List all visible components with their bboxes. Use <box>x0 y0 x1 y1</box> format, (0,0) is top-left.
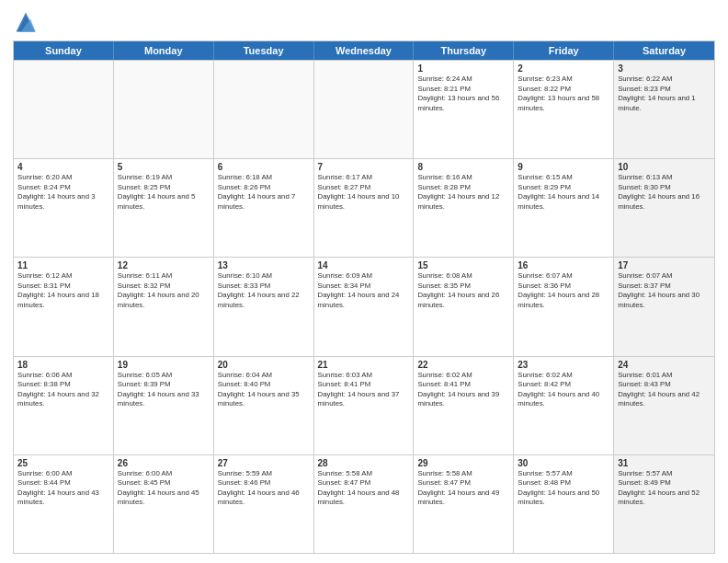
calendar-cell-28: 28Sunrise: 5:58 AMSunset: 8:47 PMDayligh… <box>314 455 415 553</box>
calendar-cell-empty-0-1 <box>114 61 214 158</box>
calendar-cell-30: 30Sunrise: 5:57 AMSunset: 8:48 PMDayligh… <box>514 455 614 553</box>
day-number: 29 <box>417 458 509 468</box>
day-info: Sunrise: 6:06 AMSunset: 8:38 PMDaylight:… <box>17 371 109 409</box>
calendar-cell-13: 13Sunrise: 6:10 AMSunset: 8:33 PMDayligh… <box>214 258 314 355</box>
day-info: Sunrise: 6:10 AMSunset: 8:33 PMDaylight:… <box>218 271 310 310</box>
day-info: Sunrise: 6:22 AMSunset: 8:23 PMDaylight:… <box>618 75 711 113</box>
calendar-cell-19: 19Sunrise: 6:05 AMSunset: 8:39 PMDayligh… <box>114 357 214 454</box>
day-info: Sunrise: 6:18 AMSunset: 8:26 PMDaylight:… <box>218 173 310 212</box>
day-info: Sunrise: 6:07 AMSunset: 8:37 PMDaylight:… <box>618 271 711 310</box>
day-info: Sunrise: 5:59 AMSunset: 8:46 PMDaylight:… <box>218 469 310 508</box>
day-number: 23 <box>518 360 609 370</box>
day-header-friday: Friday <box>514 41 614 60</box>
day-number: 15 <box>417 260 509 270</box>
calendar-row-1: 4Sunrise: 6:20 AMSunset: 8:24 PMDaylight… <box>14 158 714 257</box>
day-info: Sunrise: 6:05 AMSunset: 8:39 PMDaylight:… <box>118 371 210 409</box>
day-number: 19 <box>118 360 210 370</box>
day-number: 5 <box>118 162 210 172</box>
day-header-saturday: Saturday <box>614 41 714 60</box>
day-info: Sunrise: 6:00 AMSunset: 8:44 PMDaylight:… <box>17 469 109 508</box>
calendar-cell-16: 16Sunrise: 6:07 AMSunset: 8:36 PMDayligh… <box>514 258 614 355</box>
day-number: 8 <box>417 162 509 172</box>
calendar-cell-12: 12Sunrise: 6:11 AMSunset: 8:32 PMDayligh… <box>114 258 214 355</box>
calendar-cell-22: 22Sunrise: 6:02 AMSunset: 8:41 PMDayligh… <box>414 357 514 454</box>
day-info: Sunrise: 6:04 AMSunset: 8:40 PMDaylight:… <box>218 371 310 409</box>
day-info: Sunrise: 5:58 AMSunset: 8:47 PMDaylight:… <box>318 469 410 508</box>
calendar-cell-25: 25Sunrise: 6:00 AMSunset: 8:44 PMDayligh… <box>14 455 114 553</box>
calendar-cell-empty-0-0 <box>14 61 114 158</box>
day-info: Sunrise: 6:08 AMSunset: 8:35 PMDaylight:… <box>417 271 509 310</box>
day-number: 21 <box>318 360 410 370</box>
calendar-cell-21: 21Sunrise: 6:03 AMSunset: 8:41 PMDayligh… <box>314 357 415 454</box>
day-info: Sunrise: 6:00 AMSunset: 8:45 PMDaylight:… <box>118 469 210 508</box>
day-number: 1 <box>417 63 509 74</box>
day-info: Sunrise: 6:24 AMSunset: 8:21 PMDaylight:… <box>417 75 509 113</box>
calendar-cell-1: 1Sunrise: 6:24 AMSunset: 8:21 PMDaylight… <box>414 61 514 158</box>
day-number: 18 <box>17 360 109 370</box>
day-number: 3 <box>618 63 711 74</box>
day-number: 10 <box>618 162 711 172</box>
calendar-cell-2: 2Sunrise: 6:23 AMSunset: 8:22 PMDaylight… <box>514 61 614 158</box>
day-header-thursday: Thursday <box>414 41 514 60</box>
calendar-cell-18: 18Sunrise: 6:06 AMSunset: 8:38 PMDayligh… <box>14 357 114 454</box>
day-info: Sunrise: 5:57 AMSunset: 8:49 PMDaylight:… <box>618 469 711 508</box>
day-number: 16 <box>518 260 609 270</box>
calendar-cell-4: 4Sunrise: 6:20 AMSunset: 8:24 PMDaylight… <box>14 159 114 257</box>
day-number: 30 <box>518 458 609 468</box>
day-info: Sunrise: 6:01 AMSunset: 8:43 PMDaylight:… <box>618 371 711 409</box>
calendar-cell-11: 11Sunrise: 6:12 AMSunset: 8:31 PMDayligh… <box>14 258 114 355</box>
day-header-monday: Monday <box>114 41 214 60</box>
calendar-cell-empty-0-2 <box>214 61 314 158</box>
day-number: 22 <box>417 360 509 370</box>
day-number: 7 <box>318 162 410 172</box>
calendar-cell-17: 17Sunrise: 6:07 AMSunset: 8:37 PMDayligh… <box>614 258 714 355</box>
day-number: 11 <box>17 260 109 270</box>
day-info: Sunrise: 6:13 AMSunset: 8:30 PMDaylight:… <box>618 173 711 212</box>
day-info: Sunrise: 6:02 AMSunset: 8:42 PMDaylight:… <box>518 371 609 409</box>
calendar-header: SundayMondayTuesdayWednesdayThursdayFrid… <box>14 41 714 60</box>
calendar-cell-6: 6Sunrise: 6:18 AMSunset: 8:26 PMDaylight… <box>214 159 314 257</box>
calendar-row-2: 11Sunrise: 6:12 AMSunset: 8:31 PMDayligh… <box>14 257 714 355</box>
calendar-cell-10: 10Sunrise: 6:13 AMSunset: 8:30 PMDayligh… <box>614 159 714 257</box>
day-number: 28 <box>318 458 410 468</box>
day-info: Sunrise: 6:17 AMSunset: 8:27 PMDaylight:… <box>318 173 410 212</box>
day-info: Sunrise: 6:20 AMSunset: 8:24 PMDaylight:… <box>17 173 109 212</box>
calendar: SundayMondayTuesdayWednesdayThursdayFrid… <box>13 40 715 554</box>
day-info: Sunrise: 5:57 AMSunset: 8:48 PMDaylight:… <box>518 469 609 508</box>
calendar-cell-23: 23Sunrise: 6:02 AMSunset: 8:42 PMDayligh… <box>514 357 614 454</box>
calendar-cell-7: 7Sunrise: 6:17 AMSunset: 8:27 PMDaylight… <box>314 159 415 257</box>
calendar-cell-29: 29Sunrise: 5:58 AMSunset: 8:47 PMDayligh… <box>414 455 514 553</box>
day-number: 2 <box>518 63 609 74</box>
calendar-cell-9: 9Sunrise: 6:15 AMSunset: 8:29 PMDaylight… <box>514 159 614 257</box>
day-number: 6 <box>218 162 310 172</box>
calendar-cell-8: 8Sunrise: 6:16 AMSunset: 8:28 PMDaylight… <box>414 159 514 257</box>
day-info: Sunrise: 6:02 AMSunset: 8:41 PMDaylight:… <box>417 371 509 409</box>
logo <box>13 9 42 35</box>
day-number: 13 <box>218 260 310 270</box>
day-info: Sunrise: 6:23 AMSunset: 8:22 PMDaylight:… <box>518 75 609 113</box>
day-info: Sunrise: 6:07 AMSunset: 8:36 PMDaylight:… <box>518 271 609 310</box>
calendar-cell-15: 15Sunrise: 6:08 AMSunset: 8:35 PMDayligh… <box>414 258 514 355</box>
calendar-cell-26: 26Sunrise: 6:00 AMSunset: 8:45 PMDayligh… <box>114 455 214 553</box>
calendar-row-3: 18Sunrise: 6:06 AMSunset: 8:38 PMDayligh… <box>14 356 714 454</box>
calendar-cell-5: 5Sunrise: 6:19 AMSunset: 8:25 PMDaylight… <box>114 159 214 257</box>
day-number: 14 <box>318 260 410 270</box>
day-info: Sunrise: 6:11 AMSunset: 8:32 PMDaylight:… <box>118 271 210 310</box>
calendar-body: 1Sunrise: 6:24 AMSunset: 8:21 PMDaylight… <box>14 60 714 553</box>
day-info: Sunrise: 6:19 AMSunset: 8:25 PMDaylight:… <box>118 173 210 212</box>
calendar-row-4: 25Sunrise: 6:00 AMSunset: 8:44 PMDayligh… <box>14 454 714 553</box>
day-number: 31 <box>618 458 711 468</box>
calendar-row-0: 1Sunrise: 6:24 AMSunset: 8:21 PMDaylight… <box>14 60 714 158</box>
day-number: 26 <box>118 458 210 468</box>
calendar-cell-24: 24Sunrise: 6:01 AMSunset: 8:43 PMDayligh… <box>614 357 714 454</box>
calendar-cell-31: 31Sunrise: 5:57 AMSunset: 8:49 PMDayligh… <box>614 455 714 553</box>
day-header-tuesday: Tuesday <box>214 41 314 60</box>
day-number: 27 <box>218 458 310 468</box>
day-info: Sunrise: 6:12 AMSunset: 8:31 PMDaylight:… <box>17 271 109 310</box>
day-header-wednesday: Wednesday <box>314 41 415 60</box>
day-header-sunday: Sunday <box>14 41 114 60</box>
calendar-cell-20: 20Sunrise: 6:04 AMSunset: 8:40 PMDayligh… <box>214 357 314 454</box>
day-number: 24 <box>618 360 711 370</box>
day-number: 17 <box>618 260 711 270</box>
day-number: 25 <box>17 458 109 468</box>
